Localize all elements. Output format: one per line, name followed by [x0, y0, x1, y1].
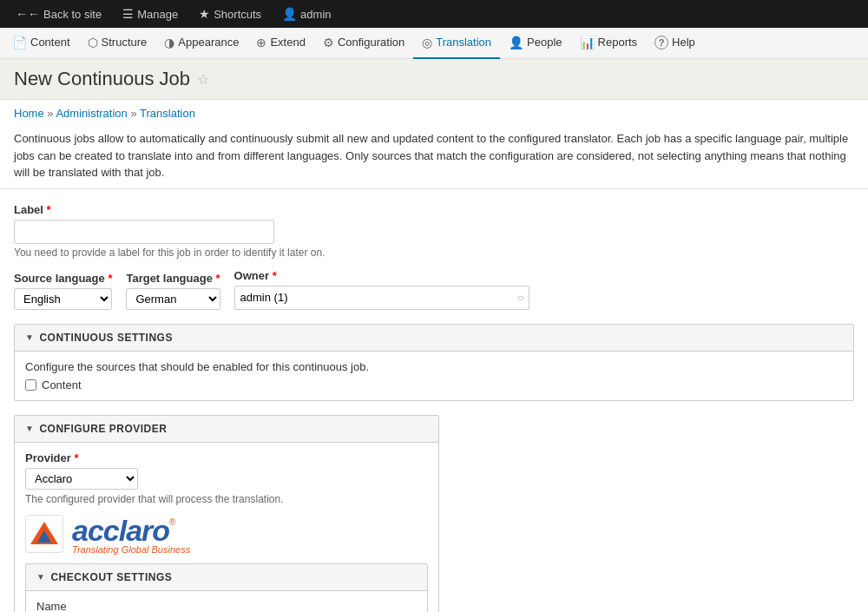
checkout-settings-header: ▼ CHECKOUT SETTINGS: [26, 564, 427, 591]
shortcuts-link[interactable]: ★ Shortcuts: [190, 3, 270, 24]
configure-provider-panel: ▼ CONFIGURE PROVIDER Provider * Acclaro …: [14, 415, 439, 613]
label-required-marker: *: [47, 203, 51, 216]
provider-required-marker: *: [74, 451, 78, 464]
translation-nav-icon: ◎: [422, 36, 432, 49]
admin-label: admin: [300, 8, 331, 21]
shortcuts-label: Shortcuts: [214, 8, 261, 21]
owner-label: Owner *: [234, 269, 529, 282]
nav-extend[interactable]: ⊕ Extend: [247, 28, 313, 59]
acclaro-name: acclaro ®: [72, 514, 190, 548]
breadcrumb: Home » Administration » Translation: [0, 100, 868, 127]
acclaro-text-group: acclaro ® Translating Global Business: [72, 514, 190, 555]
extend-nav-icon: ⊕: [256, 36, 266, 49]
nav-structure-label: Structure: [102, 36, 148, 49]
people-nav-icon: 👤: [509, 36, 523, 49]
admin-link[interactable]: 👤 admin: [273, 3, 339, 24]
nav-configuration[interactable]: ⚙ Configuration: [314, 28, 413, 59]
acclaro-tagline: Translating Global Business: [72, 544, 190, 555]
page-description: Continuous jobs allow to automatically a…: [0, 127, 868, 189]
language-owner-row: Source language * English French German …: [14, 269, 854, 310]
content-checkbox-group: Content: [25, 378, 843, 392]
checkout-settings-body: Name Set the name for the Acclaro order.…: [26, 591, 427, 613]
configure-provider-header: ▼ CONFIGURE PROVIDER: [15, 416, 438, 443]
label-field-label: Label *: [14, 203, 854, 216]
owner-input[interactable]: [234, 286, 529, 310]
owner-clear-icon[interactable]: ○: [517, 292, 523, 304]
nav-people-label: People: [527, 36, 562, 49]
appearance-nav-icon: ◑: [164, 36, 174, 49]
acclaro-logo: acclaro ® Translating Global Business: [25, 514, 428, 555]
star-shortcuts-icon: ★: [199, 7, 210, 21]
provider-help-text: The configured provider that will proces…: [25, 493, 428, 505]
configure-provider-title: CONFIGURE PROVIDER: [39, 423, 167, 435]
page-header: New Continuous Job ☆: [0, 59, 868, 100]
target-language-label: Target language *: [126, 272, 220, 285]
acclaro-icon-badge: [25, 515, 63, 553]
checkout-settings-arrow[interactable]: ▼: [36, 572, 45, 582]
checkout-name-field: Name Set the name for the Acclaro order.…: [36, 600, 417, 613]
nav-extend-label: Extend: [270, 36, 305, 49]
breadcrumb-home[interactable]: Home: [14, 107, 44, 120]
continuous-settings-body: Configure the sources that should be ena…: [15, 352, 853, 400]
label-input[interactable]: [14, 220, 274, 244]
content-checkbox[interactable]: [25, 379, 36, 391]
reports-nav-icon: 📊: [580, 36, 595, 49]
nav-reports[interactable]: 📊 Reports: [571, 28, 647, 59]
owner-group: Owner * ○: [234, 269, 529, 310]
favorite-star-icon[interactable]: ☆: [197, 71, 209, 88]
acclaro-registered-mark: ®: [169, 517, 175, 527]
source-language-group: Source language * English French German …: [14, 272, 112, 310]
user-icon: 👤: [282, 7, 297, 21]
nav-configuration-label: Configuration: [338, 36, 404, 49]
source-language-label: Source language *: [14, 272, 112, 285]
nav-reports-label: Reports: [598, 36, 638, 49]
provider-label: Provider *: [25, 451, 428, 464]
back-to-site-link[interactable]: ← Back to site: [7, 3, 110, 24]
nav-appearance-label: Appearance: [178, 36, 239, 49]
target-language-select[interactable]: German French English Spanish: [126, 288, 220, 310]
help-nav-icon: ?: [654, 36, 668, 49]
nav-people[interactable]: 👤 People: [500, 28, 570, 59]
continuous-settings-panel: ▼ CONTINUOUS SETTINGS Configure the sour…: [14, 324, 854, 401]
nav-help-label: Help: [672, 36, 695, 49]
nav-help[interactable]: ? Help: [646, 28, 704, 59]
breadcrumb-admin[interactable]: Administration: [56, 107, 127, 120]
breadcrumb-translation[interactable]: Translation: [140, 107, 195, 120]
acclaro-svg-icon: [29, 518, 60, 549]
target-required-marker: *: [216, 272, 220, 285]
manage-label: Manage: [137, 8, 178, 21]
checkout-settings-title: CHECKOUT SETTINGS: [50, 571, 172, 583]
checkout-name-label: Name: [36, 600, 417, 613]
acclaro-brand-name: acclaro: [72, 514, 169, 548]
nav-translation-label: Translation: [436, 36, 491, 49]
nav-appearance[interactable]: ◑ Appearance: [155, 28, 247, 59]
continuous-settings-arrow[interactable]: ▼: [25, 332, 34, 342]
provider-select[interactable]: Acclaro: [25, 468, 138, 490]
nav-translation[interactable]: ◎ Translation: [413, 28, 500, 59]
continuous-settings-header: ▼ CONTINUOUS SETTINGS: [15, 325, 853, 352]
main-content: Label * You need to provide a label for …: [0, 196, 868, 613]
nav-content[interactable]: 📄 Content: [3, 28, 79, 59]
content-nav-icon: 📄: [12, 36, 27, 49]
source-language-select[interactable]: English French German Spanish: [14, 288, 112, 310]
structure-nav-icon: ⬡: [88, 36, 98, 49]
admin-bar: ← Back to site ☰ Manage ★ Shortcuts 👤 ad…: [0, 0, 868, 28]
nav-content-label: Content: [30, 36, 70, 49]
label-help-text: You need to provide a label for this job…: [14, 247, 854, 259]
nav-structure[interactable]: ⬡ Structure: [79, 28, 156, 59]
provider-field-group: Provider * Acclaro: [25, 451, 428, 490]
back-icon: ←: [16, 7, 40, 21]
configure-provider-arrow[interactable]: ▼: [25, 424, 34, 433]
continuous-settings-description: Configure the sources that should be ena…: [25, 360, 843, 373]
nav-bar: 📄 Content ⬡ Structure ◑ Appearance ⊕ Ext…: [0, 28, 868, 59]
page-title: New Continuous Job: [14, 68, 190, 90]
label-form-group: Label * You need to provide a label for …: [14, 203, 854, 259]
configure-provider-body: Provider * Acclaro The configured provid…: [15, 443, 438, 613]
source-required-marker: *: [108, 272, 112, 285]
config-nav-icon: ⚙: [323, 36, 334, 49]
manage-link[interactable]: ☰ Manage: [114, 3, 187, 24]
content-checkbox-label[interactable]: Content: [42, 378, 82, 392]
owner-required-marker: *: [273, 269, 277, 282]
continuous-settings-title: CONTINUOUS SETTINGS: [39, 332, 173, 344]
checkout-settings-panel: ▼ CHECKOUT SETTINGS Name Set the name fo…: [25, 563, 428, 613]
